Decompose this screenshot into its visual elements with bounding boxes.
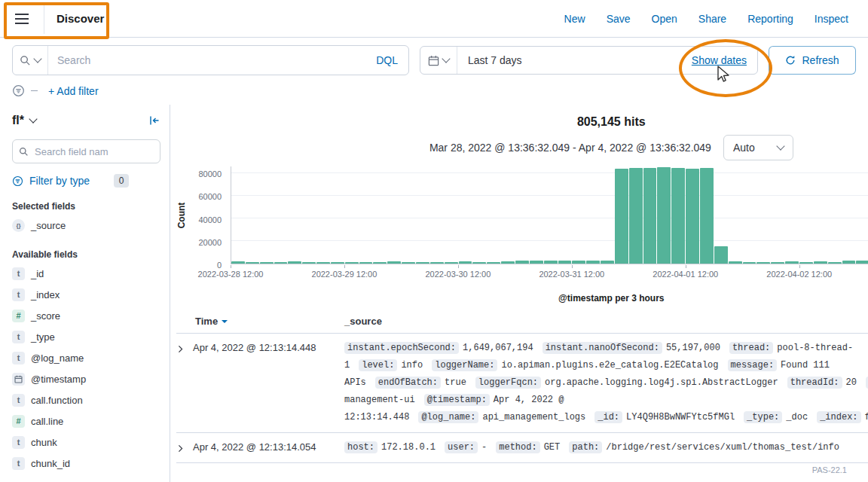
index-pattern-row: fl* [12,114,160,127]
histogram-bar [842,261,856,264]
field-_score[interactable]: #_score [12,305,160,326]
interval-select[interactable]: Auto [723,135,793,160]
axis-tick [344,265,345,268]
time-range-text: Mar 28, 2022 @ 13:36:32.049 - Apr 4, 202… [429,142,711,154]
y-tick-label: 80000 [198,169,222,178]
menu-button[interactable] [12,4,44,34]
nav-open[interactable]: Open [652,13,677,25]
field-@timestamp[interactable]: @timestamp [12,368,160,389]
axis-tick [686,265,686,268]
doc-source: host:172.18.0.1user:-method:GETpath:/bri… [344,439,868,456]
doc-table-body: Apr 4, 2022 @ 12:13:14.448instant.epochS… [176,334,868,463]
x-tick-label: 2022-04-01 12:00 [653,270,718,279]
refresh-label: Refresh [802,54,839,66]
nav-inspect[interactable]: Inspect [815,13,848,25]
documents-table: Time _source Apr 4, 2022 @ 12:13:14.448i… [176,313,868,463]
field-type-icon: t [12,288,25,301]
expand-row-button[interactable] [176,340,193,356]
field-name: _id [31,268,44,279]
field-key: _index: [817,411,860,423]
calendar-button[interactable] [420,47,457,74]
chevron-right-icon [176,345,185,353]
gridline [231,195,868,196]
field-key: @log_name: [418,411,478,423]
histogram-bar [729,261,742,264]
field-@log_name[interactable]: t@log_name [12,347,160,368]
field-call.function[interactable]: tcall.function [12,389,160,410]
query-language-button[interactable]: DQL [365,54,408,66]
histogram-bar [814,261,827,264]
date-range-display[interactable]: Last 7 days [457,54,522,66]
field-search-input[interactable] [33,145,154,158]
collapse-icon [148,114,160,127]
nav-reporting[interactable]: Reporting [747,13,793,25]
sort-desc-icon [222,320,228,326]
show-dates-link[interactable]: Show dates [692,54,757,66]
field-chunk_id[interactable]: tchunk_id [12,453,160,474]
filter-divider [31,90,38,91]
histogram-bar [657,167,671,264]
field-key: instant.nanoOfSecond: [542,342,662,354]
field-key: thread: [729,342,773,354]
filter-icon [12,175,23,187]
search-icon [19,147,29,157]
top-nav: NewSaveOpenShareReportingInspect [564,13,856,25]
histogram-bar [487,262,500,264]
add-filter-link[interactable]: + Add filter [48,85,99,97]
y-tick-label: 0 [217,261,222,270]
histogram-bar [231,261,245,264]
nav-share[interactable]: Share [698,13,726,25]
histogram-bar [515,261,529,264]
field-name: _index [31,289,60,300]
index-pattern-select[interactable]: fl* [12,114,24,127]
histogram-bar [601,261,614,264]
collapse-sidebar-button[interactable] [148,114,160,127]
histogram-chart: Count 020000400006000080000 2022-03-28 1… [176,165,868,305]
field-value: LY4Q9H8BwNWFYtc5fMGl [626,412,735,423]
top-bar: Discover NewSaveOpenShareReportingInspec… [0,0,868,38]
saved-query-button[interactable] [13,46,48,75]
date-picker: Last 7 days Show dates [420,46,758,75]
field-_source[interactable]: {}_source [12,215,160,236]
field-call.line[interactable]: #call.line [12,410,160,432]
field-value: /bridge/rest/services/xuml/thomas_test/i… [606,442,839,453]
histogram-bar [643,168,657,264]
nav-new[interactable]: New [564,13,585,25]
chevron-right-icon [176,444,185,453]
time-column-header[interactable]: Time [195,316,344,327]
expand-row-button[interactable] [176,439,193,456]
x-tick-label: 2022-03-28 12:00 [198,270,264,279]
filter-by-type-label: Filter by type [29,175,90,187]
y-tick-label: 40000 [198,215,222,224]
field-key: level: [359,359,397,371]
filter-by-type-button[interactable]: Filter by type 0 [12,174,160,188]
saved-query-icon [20,55,31,66]
calendar-icon [428,55,439,66]
field-value: - [481,442,487,453]
chevron-down-icon [33,54,41,63]
field-name: _type [31,331,55,343]
search-input[interactable] [48,54,365,66]
histogram-bar [459,261,472,264]
field-_type[interactable]: t_type [12,326,160,347]
hamburger-icon [15,18,29,20]
content: fl* Filter by type 0 Selected fields {}_… [0,105,868,482]
histogram-bar [316,262,330,264]
field-chunk[interactable]: tchunk [12,432,160,453]
field-_index[interactable]: t_index [12,284,160,305]
chevron-down-icon [442,54,450,63]
field-key: user: [445,441,478,453]
refresh-button[interactable]: Refresh [769,46,856,75]
field-type-icon: t [12,394,25,407]
histogram-plot [231,166,868,264]
histogram-bar [373,262,387,264]
field-name: call.function [31,395,83,406]
histogram-bar [671,168,685,264]
gridline [231,218,868,218]
histogram-bar [445,262,458,264]
histogram-bar [501,261,515,264]
field-key: method: [496,441,539,453]
nav-save[interactable]: Save [607,13,631,25]
field-_id[interactable]: t_id [12,263,160,284]
table-header: Time _source [176,313,868,334]
